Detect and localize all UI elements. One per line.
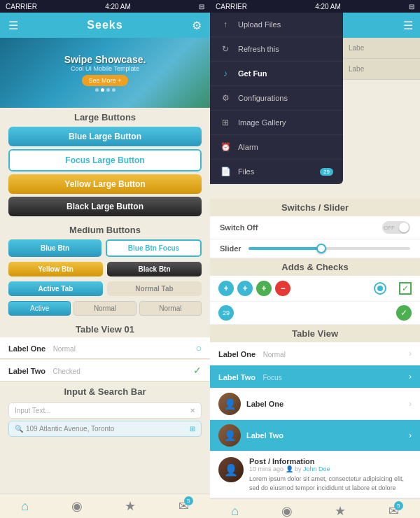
breadcrumb-normal1[interactable]: Normal — [74, 301, 136, 316]
breadcrumb-normal2[interactable]: Normal — [139, 301, 202, 316]
dropdown-alarm[interactable]: ⏰ Alarm — [210, 135, 343, 160]
dropdown-menu: ↑ Upload Files ↻ Refresh this ♪ Get Fun … — [210, 13, 343, 184]
dropdown-upload-label: Upload Files — [238, 20, 281, 29]
left-nav-mail[interactable]: ✉ 5 — [178, 498, 189, 514]
check-circle[interactable]: ✓ — [396, 305, 412, 321]
check-box-green[interactable]: ✓ — [399, 282, 412, 295]
table-view-header: Table View — [210, 325, 420, 342]
slider-track[interactable] — [248, 247, 410, 250]
right-nav-star[interactable]: ★ — [335, 503, 346, 518]
post-author[interactable]: John Doe — [303, 465, 330, 472]
dropdown-refresh[interactable]: ↻ Refresh this — [210, 37, 343, 62]
config-icon: ⚙ — [220, 93, 231, 103]
right-nav-mail[interactable]: ✉ 5 — [388, 503, 399, 518]
chevron-icon-4: › — [409, 430, 412, 440]
hero-title: Swipe Showcase. — [64, 54, 146, 65]
switches-section: Switchs / Slider Switch Off OFF Slider — [210, 199, 420, 258]
dropdown-configurations[interactable]: ⚙ Configurations — [210, 86, 343, 111]
black-medium-button[interactable]: Black Btn — [107, 262, 202, 276]
table-01-label1: Label One — [8, 344, 46, 353]
mail-badge: 5 — [184, 496, 193, 505]
right-battery: ⊟ — [409, 3, 414, 10]
switch-toggle[interactable]: OFF — [382, 221, 410, 234]
radio-btn-filled[interactable] — [374, 282, 386, 295]
right-menu-icon[interactable]: ☰ — [403, 19, 413, 32]
right-partial-label1: Labe — [343, 38, 420, 59]
avatar-name-2: Label Two — [246, 431, 409, 440]
dropdown-upload[interactable]: ↑ Upload Files — [210, 13, 343, 37]
avatar-row-1[interactable]: 👤 Label One › — [210, 388, 420, 420]
refresh-icon: ↻ — [220, 44, 231, 54]
blue-large-button[interactable]: Blue Large Button — [8, 127, 202, 146]
right-star-icon: ★ — [335, 503, 346, 518]
table-view-01-header: Table View 01 — [0, 320, 210, 337]
table-view-row2[interactable]: Label Two Focus › — [210, 365, 420, 388]
add-btn-green[interactable]: + — [256, 281, 272, 296]
add-btn-blue2[interactable]: + — [237, 281, 253, 296]
black-large-button[interactable]: Black Large Button — [8, 197, 202, 216]
tv-sub1: Normal — [263, 351, 286, 358]
left-top-nav: ☰ Seeks ⚙ — [0, 13, 210, 38]
post-card: 👤 Post / Information 10 mins ago 👤 by Jo… — [210, 451, 420, 498]
right-panel: CARRIER 4:20 AM ⊟ ↑ Upload Files ↻ Refre… — [210, 0, 420, 518]
right-home-icon: ⌂ — [231, 504, 239, 518]
chevron-icon-1: › — [409, 349, 412, 358]
right-partial-label2: Labe — [343, 59, 420, 80]
right-time: 4:20 AM — [315, 3, 341, 10]
adds-count-row: 29 ✓ — [210, 302, 420, 325]
switches-header: Switchs / Slider — [210, 199, 420, 216]
yellow-medium-button[interactable]: Yellow Btn — [8, 262, 103, 276]
right-nav-camera[interactable]: ◉ — [281, 503, 293, 518]
map-icon[interactable]: ⊞ — [190, 425, 195, 433]
input-field[interactable]: Input Text... ✕ — [8, 402, 202, 419]
post-avatar: 👤 — [218, 457, 244, 482]
post-meta: 10 mins ago 👤 by John Doe — [249, 465, 412, 472]
avatar-name-1: Label One — [246, 400, 409, 408]
table-01-sub1: Normal — [53, 345, 76, 353]
blue-focus-medium-button[interactable]: Blue Btn Focus — [106, 239, 202, 257]
left-carrier: CARRIER — [6, 3, 37, 10]
remove-btn-red[interactable]: − — [275, 281, 290, 296]
left-menu-icon[interactable]: ☰ — [8, 19, 18, 32]
tv-sub2: Focus — [262, 374, 281, 382]
left-panel: CARRIER 4:20 AM ⊟ ☰ Seeks ⚙ Swipe Showca… — [0, 0, 210, 518]
table-view-row1[interactable]: Label One Normal › — [210, 342, 420, 365]
hero-dot-3 — [106, 88, 110, 92]
avatar-row-2[interactable]: 👤 Label Two › — [210, 420, 420, 451]
music-icon: ♪ — [220, 69, 231, 78]
dropdown-files-label: Files — [238, 167, 254, 176]
slider-row: Slider — [210, 239, 420, 258]
hero-dot-1 — [95, 88, 99, 92]
dropdown-gallery[interactable]: ⊞ Image Gallery — [210, 111, 343, 135]
hero-subtitle: Cool UI Mobile Template — [71, 65, 139, 72]
table-01-check1: ○ — [196, 342, 202, 354]
dropdown-files[interactable]: 📄 Files 29 — [210, 160, 343, 184]
table-01-sub2: Checked — [52, 368, 80, 375]
switch-off-row: Switch Off OFF — [210, 216, 420, 239]
search-field[interactable]: 🔍 109 Atlantic Avenue, Toronto ⊞ — [8, 421, 202, 437]
see-more-button[interactable]: See More + — [82, 75, 129, 86]
focus-large-button[interactable]: Focus Large Button — [8, 149, 202, 172]
yellow-large-button[interactable]: Yellow Large Button — [8, 174, 202, 194]
home-icon: ⌂ — [21, 499, 29, 514]
left-nav-home[interactable]: ⌂ — [21, 499, 29, 514]
alarm-icon: ⏰ — [220, 142, 231, 152]
post-body: Lorem ipsum dolor sit amet, consectetur … — [249, 475, 412, 492]
table-row-01-2[interactable]: Label Two Checked ✓ — [0, 360, 210, 382]
dropdown-getfun[interactable]: ♪ Get Fun — [210, 62, 343, 86]
normal-tab[interactable]: Normal Tab — [107, 281, 202, 296]
breadcrumb-active[interactable]: Active — [8, 301, 71, 316]
clear-icon[interactable]: ✕ — [190, 407, 195, 414]
files-icon: 📄 — [220, 167, 231, 176]
left-nav-camera[interactable]: ◉ — [71, 498, 83, 514]
search-placeholder: 109 Atlantic Avenue, Toronto — [26, 425, 190, 433]
left-nav-star[interactable]: ★ — [125, 498, 136, 514]
dropdown-refresh-label: Refresh this — [238, 45, 279, 53]
table-row-01-1[interactable]: Label One Normal ○ — [0, 337, 210, 359]
right-nav-home[interactable]: ⌂ — [231, 504, 239, 518]
left-settings-icon[interactable]: ⚙ — [192, 19, 202, 32]
blue-medium-button[interactable]: Blue Btn — [8, 239, 102, 257]
medium-buttons-row1: Blue Btn Blue Btn Focus — [0, 238, 210, 258]
add-btn-blue[interactable]: + — [218, 281, 234, 296]
active-tab[interactable]: Active Tab — [8, 281, 103, 296]
